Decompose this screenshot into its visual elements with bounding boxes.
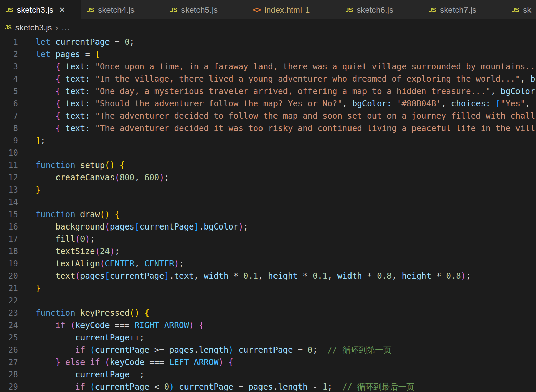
code-line[interactable]: 3 { text: "Once upon a time, in a farawa… (0, 61, 536, 73)
code-text: function keyPressed() { (36, 307, 149, 319)
code-line[interactable]: 16 background(pages[currentPage].bgColor… (0, 221, 536, 233)
code-line[interactable]: 21} (0, 282, 536, 295)
tab-sketch3js[interactable]: JSsketch3.js✕ (0, 0, 81, 19)
breadcrumb-file[interactable]: sketch3.js (15, 23, 52, 32)
chevron-right-icon: › (55, 23, 59, 33)
line-number: 15 (0, 208, 18, 221)
tab-label: sketch5.js (181, 5, 218, 15)
code-line[interactable]: 10 (0, 147, 536, 159)
line-number: 12 (0, 171, 18, 184)
line-number: 26 (0, 344, 18, 356)
line-number: 20 (0, 270, 18, 282)
code-line[interactable]: 14 (0, 196, 536, 208)
line-number: 29 (0, 381, 18, 392)
code-text: { text: "The adventurer decided it was t… (36, 122, 535, 134)
code-text: { text: "The adventurer decided to follo… (36, 110, 535, 122)
code-line[interactable]: 23function keyPressed() { (0, 307, 536, 319)
tab-sketch7js[interactable]: JSsketch7.js (423, 0, 506, 19)
line-number: 24 (0, 319, 18, 331)
code-line[interactable]: 5 { text: "One day, a mysterious travele… (0, 85, 536, 97)
code-line[interactable]: 24 if (keyCode === RIGHT_ARROW) { (0, 319, 536, 331)
html-file-icon: <> (253, 5, 260, 14)
code-line[interactable]: 12 createCanvas(800, 600); (0, 171, 536, 184)
code-text: } (36, 282, 40, 295)
js-file-icon: JS (512, 6, 519, 14)
line-number: 17 (0, 233, 18, 245)
tab-label: sketch3.js (17, 5, 53, 15)
code-text: textAlign(CENTER, CENTER); (36, 258, 184, 270)
code-line[interactable]: 28 currentPage--; (0, 368, 536, 381)
code-text: { text: "In the village, there lived a y… (36, 73, 535, 85)
code-text: { text: "One day, a mysterious traveler … (36, 85, 536, 97)
code-line[interactable]: 22 (0, 295, 536, 307)
code-text: { text: "Should the adventurer follow th… (36, 97, 530, 110)
line-number: 16 (0, 221, 18, 233)
code-line[interactable]: 6 { text: "Should the adventurer follow … (0, 97, 536, 110)
js-file-icon: JS (87, 6, 94, 14)
code-text: } (36, 184, 40, 196)
line-number: 11 (0, 159, 18, 171)
js-file-icon: JS (345, 6, 353, 14)
js-file-icon: JS (5, 6, 13, 14)
code-line[interactable]: 26 if (currentPage >= pages.length) curr… (0, 344, 536, 356)
code-line[interactable]: 15function draw() { (0, 208, 536, 221)
line-number: 9 (0, 134, 18, 147)
editor-window: JSsketch3.js✕JSsketch4.jsJSsketch5.js<>i… (0, 0, 536, 392)
code-line[interactable]: 17 fill(0); (0, 233, 536, 245)
tab-label: sketch4.js (98, 5, 135, 15)
code-text: currentPage--; (36, 368, 144, 381)
line-number: 8 (0, 122, 18, 134)
code-text: currentPage++; (36, 331, 144, 344)
code-line[interactable]: 25 currentPage++; (0, 331, 536, 344)
line-number: 18 (0, 245, 18, 258)
code-text: if (currentPage < 0) currentPage = pages… (36, 381, 414, 392)
code-line[interactable]: 20 text(pages[currentPage].text, width *… (0, 270, 536, 282)
code-line[interactable]: 4 { text: "In the village, there lived a… (0, 73, 536, 85)
line-number: 2 (0, 48, 18, 61)
code-line[interactable]: 19 textAlign(CENTER, CENTER); (0, 258, 536, 270)
line-number: 28 (0, 368, 18, 381)
js-file-icon: JS (170, 6, 177, 14)
line-number: 22 (0, 295, 18, 307)
line-number: 25 (0, 331, 18, 344)
js-file-icon: JS (429, 6, 436, 14)
code-line[interactable]: 29 if (currentPage < 0) currentPage = pa… (0, 381, 536, 392)
tab-label: index.html (265, 5, 302, 15)
code-text: { text: "Once upon a time, in a faraway … (36, 61, 536, 73)
code-text: if (keyCode === RIGHT_ARROW) { (36, 319, 204, 331)
code-text: textSize(24); (36, 245, 120, 258)
line-number: 5 (0, 85, 18, 97)
breadcrumb[interactable]: JS sketch3.js › ... (0, 19, 536, 36)
code-line[interactable]: 9]; (0, 134, 536, 147)
line-number: 23 (0, 307, 18, 319)
tab-sketch5js[interactable]: JSsketch5.js (164, 0, 247, 19)
code-line[interactable]: 18 textSize(24); (0, 245, 536, 258)
line-number: 13 (0, 184, 18, 196)
breadcrumb-ellipsis[interactable]: ... (62, 23, 71, 32)
code-text: let pages = [ (36, 48, 100, 61)
code-line[interactable]: 8 { text: "The adventurer decided it was… (0, 122, 536, 134)
tab-label: sk (523, 5, 531, 15)
close-icon[interactable]: ✕ (59, 5, 65, 14)
code-line[interactable]: 11function setup() { (0, 159, 536, 171)
code-text: text(pages[currentPage].text, width * 0.… (36, 270, 471, 282)
code-text: function draw() { (36, 208, 120, 221)
code-line[interactable]: 13} (0, 184, 536, 196)
tab-bar: JSsketch3.js✕JSsketch4.jsJSsketch5.js<>i… (0, 0, 536, 19)
code-line[interactable]: 1let currentPage = 0; (0, 36, 536, 48)
tab-sk[interactable]: JSsk (506, 0, 536, 19)
code-text: fill(0); (36, 233, 95, 245)
line-number: 6 (0, 97, 18, 110)
code-text: createCanvas(800, 600); (36, 171, 169, 184)
line-number: 14 (0, 196, 18, 208)
code-line[interactable]: 2let pages = [ (0, 48, 536, 61)
code-editor[interactable]: 1let currentPage = 0;2let pages = [3 { t… (0, 36, 536, 392)
tab-sketch4js[interactable]: JSsketch4.js (81, 0, 164, 19)
tab-problem-badge: 1 (305, 5, 310, 15)
tab-sketch6js[interactable]: JSsketch6.js (340, 0, 423, 19)
code-line[interactable]: 27 } else if (keyCode === LEFT_ARROW) { (0, 356, 536, 368)
line-number: 7 (0, 110, 18, 122)
tab-indexhtml[interactable]: <>index.html1 (247, 0, 340, 19)
code-text: background(pages[currentPage].bgColor); (36, 221, 248, 233)
code-line[interactable]: 7 { text: "The adventurer decided to fol… (0, 110, 536, 122)
